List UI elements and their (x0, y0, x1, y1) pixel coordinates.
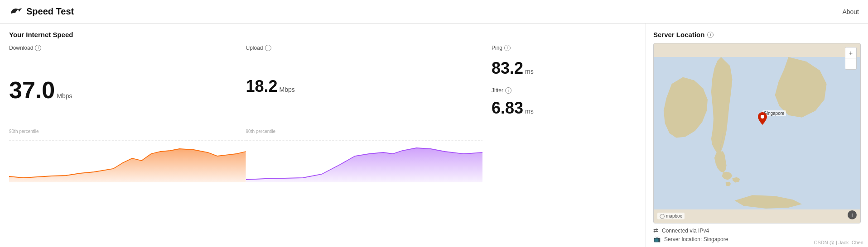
download-value: 37.0 Mbps (9, 78, 237, 102)
upload-chart-svg (246, 129, 483, 183)
speedtest-logo-icon (9, 5, 22, 18)
server-info-icon[interactable]: i (707, 32, 714, 38)
mapbox-icon: ◯ (660, 214, 665, 218)
header: Speed Test About (0, 0, 868, 24)
upload-number: 18.2 (246, 78, 278, 95)
ping-value: 83.2 ms (492, 60, 637, 76)
map-zoom-in-button[interactable]: + (845, 48, 856, 58)
main-content: Your Internet Speed Download i 37.0 Mbps… (0, 24, 868, 247)
download-block: Download i 37.0 Mbps (9, 45, 246, 116)
ping-unit: ms (525, 68, 534, 75)
mapbox-logo: ◯ mapbox (657, 213, 685, 219)
jitter-unit: ms (525, 108, 534, 115)
map-marker (758, 112, 767, 126)
server-icon: 📺 (653, 236, 661, 242)
ping-info-icon[interactable]: i (504, 45, 511, 51)
svg-marker-3 (246, 148, 483, 182)
download-chart: 90th percentile (9, 120, 246, 183)
download-chart-svg (9, 129, 246, 183)
header-left: Speed Test (9, 5, 74, 18)
jitter-info-icon[interactable]: i (505, 87, 511, 94)
jitter-value: 6.83 ms (492, 100, 637, 116)
server-location-text: Server location: Singapore (664, 236, 728, 242)
connection-icon: ⇄ (653, 227, 658, 234)
svg-marker-1 (9, 149, 246, 182)
mapbox-text: mapbox (666, 214, 682, 218)
svg-point-5 (761, 115, 764, 119)
ping-label: Ping i (492, 45, 637, 51)
map-container: + − Singapore ◯ mapbox i (653, 43, 861, 223)
right-panel: Server Location i (646, 24, 868, 247)
connection-text: Connected via IPv4 (662, 228, 709, 234)
upload-percentile-label: 90th percentile (246, 129, 276, 134)
download-unit: Mbps (57, 92, 72, 100)
upload-chart: 90th percentile (246, 120, 483, 183)
download-label: Download i (9, 45, 237, 51)
credits: CSDN @ | Jack_Chen (814, 240, 863, 245)
app-title: Speed Test (26, 6, 74, 17)
upload-info-icon[interactable]: i (265, 45, 271, 51)
about-link[interactable]: About (842, 8, 859, 15)
jitter-block: Jitter i 6.83 ms (492, 87, 637, 116)
jitter-label: Jitter i (492, 87, 637, 94)
upload-value: 18.2 Mbps (246, 78, 474, 95)
ping-jitter-section: Ping i 83.2 ms Jitter i 6.83 (482, 45, 637, 116)
upload-unit: Mbps (280, 86, 295, 93)
connection-type-row: ⇄ Connected via IPv4 (653, 227, 861, 234)
map-zoom-controls: + − (845, 47, 857, 70)
upload-label: Upload i (246, 45, 474, 51)
download-percentile-label: 90th percentile (9, 129, 39, 134)
left-panel: Your Internet Speed Download i 37.0 Mbps… (0, 24, 646, 247)
map-attribution-button[interactable]: i (848, 210, 857, 219)
section-title: Your Internet Speed (9, 31, 637, 38)
download-number: 37.0 (9, 78, 55, 102)
upload-block: Upload i 18.2 Mbps (246, 45, 483, 116)
server-location-title: Server Location i (653, 31, 861, 38)
map-background (654, 43, 860, 223)
metrics-row: Download i 37.0 Mbps Upload i 18.2 Mbps (9, 45, 637, 116)
charts-row: 90th percentile (9, 120, 637, 183)
map-zoom-out-button[interactable]: − (845, 58, 856, 69)
download-info-icon[interactable]: i (35, 45, 41, 51)
ping-number: 83.2 (492, 60, 523, 76)
jitter-number: 6.83 (492, 100, 523, 116)
